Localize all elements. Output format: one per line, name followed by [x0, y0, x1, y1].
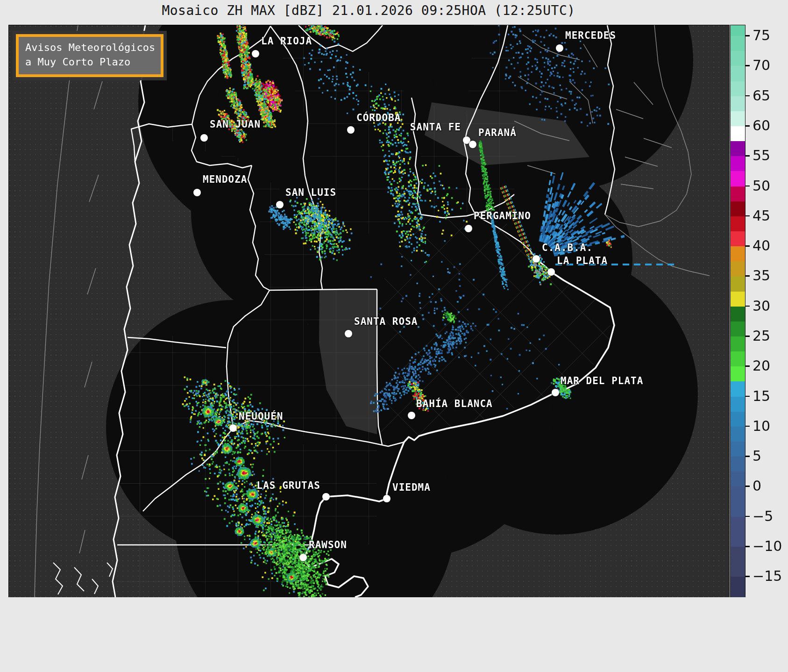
city-label: MERCEDES [565, 30, 616, 41]
colorbar-tick-mark [745, 516, 750, 517]
page-title: Mosaico ZH MAX [dBZ] 21.01.2026 09:25HOA… [8, 3, 729, 18]
colorbar-tick-mark [745, 456, 750, 457]
city-dot [322, 493, 330, 500]
city-label: SANTA FE [410, 122, 461, 133]
city-label: PERGAMINO [474, 210, 531, 222]
city-dot [252, 50, 259, 57]
colorbar-tick-mark [745, 35, 750, 36]
city-dot [532, 255, 540, 263]
colorbar-tick-label: 65 [753, 89, 770, 103]
warnings-link-box[interactable]: Avisos Meteorológicos a Muy Corto Plazo [16, 34, 163, 77]
colorbar-tick-label: 25 [753, 329, 770, 343]
city-label: MAR DEL PLATA [561, 375, 643, 386]
city-label: C.A.B.A. [542, 242, 593, 253]
colorbar-tick-label: 10 [753, 419, 770, 433]
city-dot [200, 134, 208, 142]
colorbar-tick-mark [745, 215, 750, 217]
city-dot [383, 495, 390, 502]
city-label: BAHÍA BLANCA [416, 398, 493, 409]
colorbar-tick-mark [745, 365, 750, 367]
city-label: SAN LUIS [285, 187, 336, 198]
colorbar-tick-label: 20 [753, 359, 770, 373]
colorbar-tick-mark [745, 65, 750, 66]
colorbar-tick-mark [745, 396, 750, 397]
colorbar-tick-mark [745, 306, 750, 307]
city-label: RAWSON [309, 539, 347, 550]
colorbar-tick-label: 60 [753, 119, 770, 133]
colorbar-tick-label: −5 [753, 509, 773, 523]
city-dot [469, 141, 476, 148]
colorbar-tick-mark [745, 426, 750, 427]
city-dot [229, 424, 237, 432]
city-dot [347, 126, 355, 134]
city-label: VIEDMA [392, 482, 431, 493]
colorbar-tick-label: 5 [753, 449, 761, 463]
city-label: SAN JUAN [210, 119, 261, 130]
city-label: PARANÁ [478, 127, 517, 138]
city-dot [556, 44, 563, 52]
colorbar-tick-label: −15 [753, 569, 782, 583]
radar-product-page: Mosaico ZH MAX [dBZ] 21.01.2026 09:25HOA… [0, 0, 788, 672]
colorbar-tick-mark [745, 336, 750, 337]
colorbar-tick-label: 15 [753, 389, 770, 403]
city-label: MENDOZA [203, 174, 248, 185]
colorbar-tick-label: 70 [753, 58, 770, 72]
city-dot [547, 268, 555, 276]
colorbar-tick-mark [745, 576, 750, 577]
colorbar-ticks: 757065605550454035302520151050−5−10−15 [730, 25, 786, 597]
colorbar-tick-mark [745, 186, 750, 187]
colorbar-tick-label: 35 [753, 269, 770, 283]
colorbar-tick-label: −10 [753, 539, 782, 553]
city-dot [276, 201, 284, 208]
city-label: SANTA ROSA [354, 316, 418, 327]
colorbar-tick-mark [745, 245, 750, 247]
colorbar-tick-label: 75 [753, 29, 770, 43]
city-label: CÓRDOBA [356, 112, 401, 123]
warnings-line2: a Muy Corto Plazo [25, 55, 155, 70]
radar-map: LA RIOJAMERCEDESSAN JUANCÓRDOBASANTA FEP… [8, 25, 730, 598]
city-dot [345, 330, 352, 337]
colorbar-tick-label: 40 [753, 239, 770, 253]
colorbar-tick-mark [745, 155, 750, 157]
colorbar-tick-label: 30 [753, 299, 770, 313]
warnings-line1: Avisos Meteorológicos [25, 41, 155, 55]
city-label: LA PLATA [557, 255, 608, 266]
city-label: LA RIOJA [261, 36, 312, 47]
colorbar-tick-mark [745, 95, 750, 97]
city-dot [408, 412, 415, 419]
colorbar-tick-mark [745, 546, 750, 547]
colorbar-tick-mark [745, 275, 750, 277]
city-dot [193, 189, 201, 196]
colorbar-tick-label: 55 [753, 149, 770, 163]
colorbar-tick-mark [745, 125, 750, 127]
city-label: LAS GRUTAS [257, 480, 320, 491]
colorbar-tick-mark [745, 486, 750, 487]
colorbar-tick-label: 50 [753, 179, 770, 193]
colorbar-tick-label: 0 [753, 479, 761, 493]
city-dot [552, 389, 559, 396]
city-markers-layer: LA RIOJAMERCEDESSAN JUANCÓRDOBASANTA FEP… [9, 25, 729, 597]
city-dot [465, 225, 472, 232]
footer-logos: Servicio Meteorológico Nacional Argentin… [0, 597, 788, 672]
city-label: NEUQUÉN [239, 411, 284, 422]
colorbar-tick-label: 45 [753, 209, 770, 223]
city-dot [299, 554, 307, 561]
